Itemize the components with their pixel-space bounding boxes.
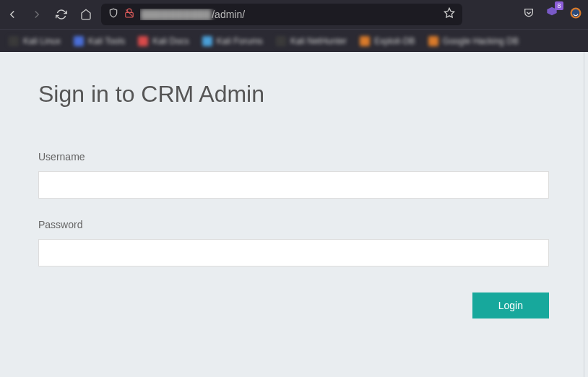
address-bar[interactable]: ██████████/admin/ [101,4,462,25]
username-group: Username [38,151,549,199]
page-viewport: Sign in to CRM Admin Username Password L… [0,52,588,377]
url-text: ██████████/admin/ [140,9,438,20]
pocket-icon[interactable] [523,7,535,22]
password-input[interactable] [38,239,549,266]
notification-badge: 8 [555,1,563,10]
toolbar-right: 8 [523,6,582,23]
page-title: Sign in to CRM Admin [38,81,549,108]
reload-button[interactable] [55,8,68,21]
bookmark-item[interactable]: Kali Forums [202,36,263,46]
extension-icon[interactable]: 8 [545,6,559,23]
login-button[interactable]: Login [472,292,549,318]
bookmarks-bar: Kali Linux Kali Tools Kali Docs Kali For… [0,29,588,52]
login-card: Sign in to CRM Admin Username Password L… [4,52,584,377]
bookmark-item[interactable]: Kali NetHunter [276,36,347,46]
username-label: Username [38,151,549,162]
bookmark-item[interactable]: Kali Tools [74,36,125,46]
bookmark-item[interactable]: Kali Linux [9,36,61,46]
password-label: Password [38,219,549,230]
username-input[interactable] [38,171,549,199]
bookmark-item[interactable]: Exploit-DB [360,36,415,46]
back-button[interactable] [6,8,19,21]
password-group: Password [38,219,549,266]
forward-button[interactable] [30,8,43,21]
lock-icon [124,8,134,21]
svg-marker-2 [444,8,454,17]
home-button[interactable] [79,8,92,21]
bookmark-item[interactable]: Kali Docs [138,36,189,46]
nav-controls [6,8,92,21]
bookmark-item[interactable]: Google Hacking DB [428,36,519,46]
profile-icon[interactable] [569,6,582,22]
shield-icon [108,8,118,21]
browser-toolbar: ██████████/admin/ 8 [0,0,588,29]
bookmark-star-icon[interactable] [444,7,455,22]
